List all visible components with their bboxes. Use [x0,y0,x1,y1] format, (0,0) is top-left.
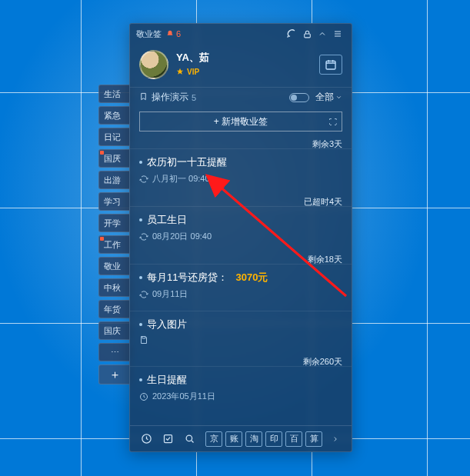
save-icon [139,335,148,345]
sync-icon[interactable] [284,26,299,42]
note-subtext: 八月初一 09:40 [152,173,210,185]
note-title: 生日提醒 [147,373,187,387]
calendar-button[interactable] [319,55,342,75]
done-icon[interactable] [158,430,178,448]
note-amount: 3070元 [235,271,268,285]
menu-icon[interactable] [330,26,345,42]
shortcut-button[interactable]: 账 [225,431,242,447]
note-item[interactable]: 剩余18天 每月11号还房贷： 3070元 09月11日 [130,264,352,308]
notification-count: 6 [176,29,181,38]
vip-badge: VIP [176,68,199,76]
shortcut-more-icon[interactable] [325,430,345,448]
note-title: 员工生日 [147,213,187,227]
add-note-label: + 新增敬业签 [214,115,268,128]
toggle-switch[interactable] [289,93,309,102]
note-list: 剩余3天 农历初一十五提醒 八月初一 09:40 已超时4天 员工生日 08月2… [130,133,352,425]
tag-item[interactable]: 生活 [98,85,131,103]
note-countdown: 剩余3天 [312,138,342,150]
filter-dropdown[interactable]: 全部 [315,91,342,104]
note-item[interactable]: 剩余260天 生日提醒 2023年05月11日 [130,366,352,410]
note-countdown: 已超时4天 [304,196,342,208]
note-title: 农历初一十五提醒 [147,155,227,169]
tag-item[interactable]: 国厌 [98,149,131,168]
section-bar: 操作演示 5 全部 [130,87,352,107]
note-item[interactable]: 导入图片 [130,311,352,352]
note-item[interactable]: 已超时4天 员工生日 08月20日 09:40 [130,206,352,250]
username: YA、茹 [176,51,209,65]
add-note-button[interactable]: + 新增敬业签 ⛶ [139,112,342,131]
repeat-icon [139,175,148,184]
tag-item[interactable]: 年货 [98,300,131,318]
svg-rect-1 [326,61,335,69]
tag-item[interactable]: 紧急 [98,106,131,125]
tag-item[interactable]: 日记 [98,128,131,146]
expand-icon[interactable]: ⛶ [329,118,337,126]
titlebar: 敬业签 6 [130,24,352,44]
note-countdown: 剩余260天 [303,356,342,368]
notification-badge[interactable]: 6 [166,29,181,38]
note-item[interactable]: 剩余3天 农历初一十五提醒 八月初一 09:40 [130,148,352,192]
shortcut-button[interactable]: 京 [205,431,222,447]
clock-icon [139,392,148,401]
note-subtext: 2023年05月11日 [152,391,215,402]
main-panel: 敬业签 6 YA、茹 VIP [129,23,352,452]
repeat-icon [139,232,148,241]
section-icon [139,92,148,103]
svg-rect-4 [164,435,172,443]
note-countdown: 剩余18天 [308,254,342,265]
tag-item[interactable]: 国庆 [98,321,131,340]
shortcut-button[interactable]: 百 [285,431,302,447]
tag-more-button[interactable]: ⋯ [98,343,131,361]
tag-column: 生活 紧急 日记 国厌 出游 学习 开学 工作 敬业 中秋 年货 国庆 ⋯ ＋ [98,85,131,384]
lock-icon[interactable] [299,26,315,42]
section-count: 5 [192,93,196,102]
tag-item[interactable]: 学习 [98,192,131,211]
note-subtext: 09月11日 [152,288,188,300]
shortcut-button[interactable]: 印 [265,431,282,447]
svg-point-5 [186,435,192,441]
tag-item[interactable]: 工作 [98,235,131,254]
tag-add-button[interactable]: ＋ [98,364,131,384]
svg-rect-0 [304,33,310,37]
note-title: 导入图片 [147,318,187,331]
tag-item[interactable]: 敬业 [98,257,131,275]
tag-item[interactable]: 出游 [98,171,131,189]
shortcut-button[interactable]: 淘 [245,431,262,447]
app-name: 敬业签 [136,28,162,40]
search-icon[interactable] [179,430,199,448]
note-subtext: 08月20日 09:40 [152,231,212,242]
profile-row: YA、茹 VIP [130,44,352,87]
repeat-icon [139,290,148,299]
tag-item[interactable]: 中秋 [98,278,131,297]
bottom-bar: 京 账 淘 印 百 算 [130,425,352,451]
shortcut-button[interactable]: 算 [305,431,322,447]
history-icon[interactable] [136,430,156,448]
avatar[interactable] [139,50,168,79]
section-title: 操作演示 [152,91,188,104]
note-title: 每月11号还房贷： [147,271,228,285]
tag-item[interactable]: 开学 [98,214,131,232]
collapse-icon[interactable] [315,26,330,42]
